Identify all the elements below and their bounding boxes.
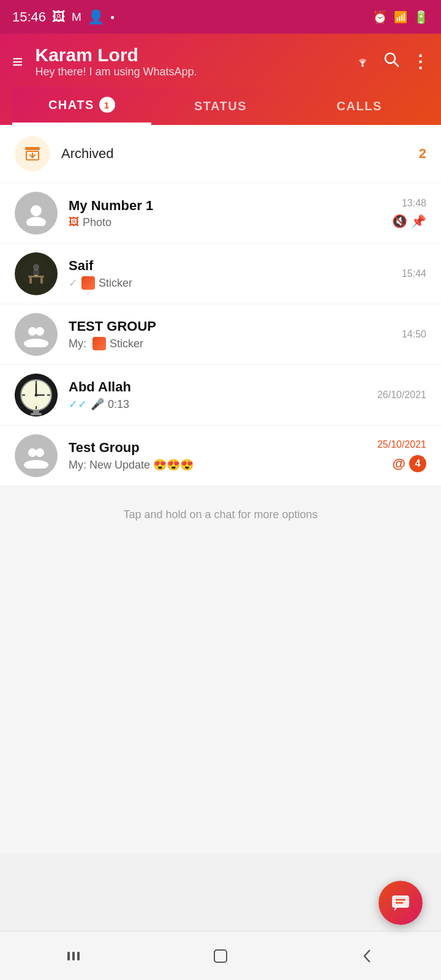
svg-point-6 xyxy=(31,205,42,216)
svg-point-30 xyxy=(28,448,37,457)
chat-preview-saif: ✓ Sticker xyxy=(69,276,394,290)
chat-time-abd-allah: 26/10/2021 xyxy=(377,390,426,401)
double-tick-blue-icon: ✓✓ xyxy=(69,398,87,411)
svg-point-0 xyxy=(361,64,364,67)
signal-icon: 📶 xyxy=(394,10,407,24)
tab-chats[interactable]: CHATS 1 xyxy=(12,87,151,125)
avatar-my-number-1 xyxy=(15,192,58,235)
svg-point-14 xyxy=(33,264,39,270)
new-chat-fab[interactable] xyxy=(379,881,423,925)
at-badge: @ xyxy=(393,456,405,472)
svg-rect-39 xyxy=(214,950,227,962)
chat-preview-abd-allah: ✓✓ 🎤 0:13 xyxy=(69,398,370,411)
app-header: ≡ Karam Lord Hey there! I am using Whats… xyxy=(0,34,441,125)
chat-right-test-group: 14:50 xyxy=(402,329,426,340)
svg-line-2 xyxy=(394,62,398,66)
tab-chats-label: CHATS xyxy=(48,98,94,112)
svg-point-18 xyxy=(24,339,48,347)
mic-icon: 🎤 xyxy=(91,398,104,411)
photo-icon: 🖼 xyxy=(52,9,66,25)
mute-icon: 🔇 xyxy=(392,214,407,228)
nav-recent-apps[interactable] xyxy=(55,938,92,974)
chat-info-my-number-1: My Number 1 🖼 Photo xyxy=(69,198,385,229)
svg-point-27 xyxy=(35,394,38,397)
chat-name-test-group: TEST GROUP xyxy=(69,318,394,334)
dot-icon: ● xyxy=(110,13,115,21)
chat-preview-test-group: My: Sticker xyxy=(69,337,394,350)
chat-time-test-group-2: 25/10/2021 xyxy=(377,439,426,450)
svg-point-16 xyxy=(28,327,37,336)
header-title: Karam Lord xyxy=(36,45,197,66)
wifi-icon[interactable] xyxy=(354,52,371,71)
header-subtitle: Hey there! I am using WhatsApp. xyxy=(36,66,197,78)
chat-time-test-group: 14:50 xyxy=(402,329,426,340)
time-display: 15:46 xyxy=(12,9,46,25)
single-tick-icon: ✓ xyxy=(69,276,78,290)
photo-preview-icon: 🖼 xyxy=(69,216,79,228)
svg-point-31 xyxy=(36,448,44,457)
chat-info-saif: Saif ✓ Sticker xyxy=(69,258,394,290)
svg-rect-9 xyxy=(28,276,44,277)
svg-rect-15 xyxy=(33,270,39,275)
chat-preview-my-number-1: 🖼 Photo xyxy=(69,216,385,229)
svg-rect-36 xyxy=(67,952,70,960)
header-title-block: Karam Lord Hey there! I am using WhatsAp… xyxy=(36,45,197,78)
chat-right-saif: 15:44 xyxy=(402,268,426,279)
header-top: ≡ Karam Lord Hey there! I am using Whats… xyxy=(12,45,429,78)
chat-right-test-group-2: 25/10/2021 @ 4 xyxy=(377,439,426,472)
unread-badge-test-group-2: 4 xyxy=(409,455,426,472)
svg-rect-37 xyxy=(72,952,75,960)
more-options-icon[interactable]: ⋮ xyxy=(412,51,429,72)
chat-name-my-number-1: My Number 1 xyxy=(69,198,385,214)
chat-time-my-number-1: 13:48 xyxy=(402,198,426,209)
chat-item-test-group[interactable]: TEST GROUP My: Sticker 14:50 xyxy=(0,304,441,365)
chat-right-abd-allah: 26/10/2021 xyxy=(377,390,426,401)
alarm-icon: ⏰ xyxy=(372,10,388,24)
archived-count: 2 xyxy=(419,146,426,162)
chat-item-abd-allah[interactable]: Abd Allah ✓✓ 🎤 0:13 26/10/2021 xyxy=(0,365,441,426)
avatar-test-group-2 xyxy=(15,434,58,477)
avatar-abd-allah xyxy=(15,374,58,417)
svg-point-17 xyxy=(36,327,44,336)
archived-label: Archived xyxy=(61,146,419,162)
menu-icon[interactable]: ≡ xyxy=(12,51,23,72)
chat-item-test-group-2[interactable]: Test Group My: New Update 😍😍😍 25/10/2021… xyxy=(0,426,441,486)
status-bar-left: 15:46 🖼 M 👤 ● xyxy=(12,9,115,25)
tab-calls[interactable]: CALLS xyxy=(290,87,429,125)
header-left: ≡ Karam Lord Hey there! I am using Whats… xyxy=(12,45,197,78)
chat-preview-test-group-2: My: New Update 😍😍😍 xyxy=(69,458,370,472)
archived-icon xyxy=(15,136,50,172)
avatar-test-group xyxy=(15,313,58,356)
pin-icon: 📌 xyxy=(411,214,426,228)
chat-item-my-number-1[interactable]: My Number 1 🖼 Photo 13:48 🔇 📌 xyxy=(0,183,441,244)
chat-info-test-group-2: Test Group My: New Update 😍😍😍 xyxy=(69,440,370,472)
avatar-saif xyxy=(15,252,58,295)
svg-point-32 xyxy=(24,460,48,469)
chat-item-saif[interactable]: Saif ✓ Sticker 15:44 xyxy=(0,244,441,304)
chat-meta-my-number-1: 🔇 📌 xyxy=(392,214,426,228)
chat-time-saif: 15:44 xyxy=(402,268,426,279)
person-icon: 👤 xyxy=(88,9,104,25)
chat-name-saif: Saif xyxy=(69,258,394,274)
tab-status[interactable]: STATUS xyxy=(151,87,290,125)
sticker-thumb-saif xyxy=(81,276,95,290)
svg-point-7 xyxy=(26,217,46,226)
tab-calls-label: CALLS xyxy=(337,99,382,113)
nav-home[interactable] xyxy=(202,938,239,974)
header-icons: ⋮ xyxy=(354,51,429,72)
chat-meta-test-group-2: @ 4 xyxy=(393,455,426,472)
gmail-icon: M xyxy=(72,10,81,24)
chat-list: Archived 2 My Number 1 🖼 Photo 13:48 🔇 📌 xyxy=(0,125,441,486)
status-bar: 15:46 🖼 M 👤 ● ⏰ 📶 🔋 xyxy=(0,0,441,34)
bottom-navigation xyxy=(0,931,441,980)
svg-rect-10 xyxy=(29,277,32,284)
archived-row[interactable]: Archived 2 xyxy=(0,125,441,183)
chat-name-abd-allah: Abd Allah xyxy=(69,379,370,395)
nav-back[interactable] xyxy=(349,938,386,974)
battery-icon: 🔋 xyxy=(413,10,429,24)
chat-info-test-group: TEST GROUP My: Sticker xyxy=(69,318,394,350)
chat-info-abd-allah: Abd Allah ✓✓ 🎤 0:13 xyxy=(69,379,370,411)
tabs: CHATS 1 STATUS CALLS xyxy=(12,87,429,125)
svg-rect-3 xyxy=(25,147,40,150)
search-icon[interactable] xyxy=(383,51,399,72)
